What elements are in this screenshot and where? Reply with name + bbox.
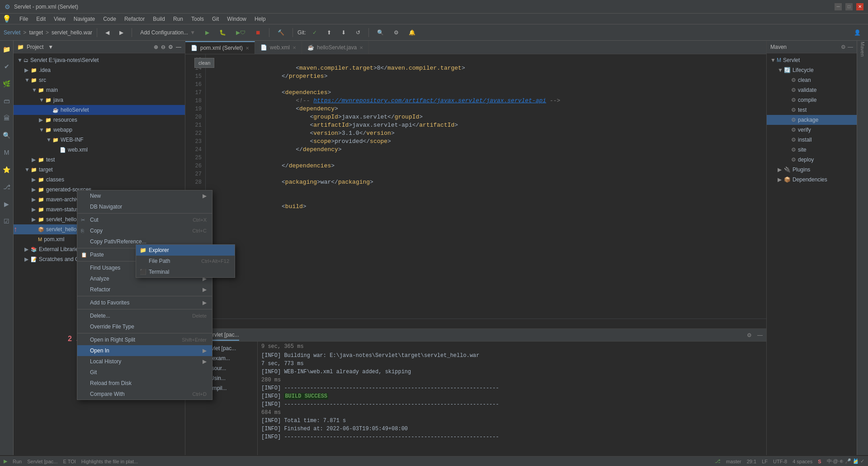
- ctx-reload[interactable]: Reload from Disk: [77, 378, 212, 389]
- tree-item-resources[interactable]: ▶ 📁 resources: [14, 115, 185, 125]
- ctx-dbnavigator[interactable]: DB Navigator: [77, 201, 212, 212]
- expand-arrow[interactable]: ▶: [39, 117, 45, 123]
- ctx-copy[interactable]: ⎘ Copy Ctrl+C: [77, 225, 212, 236]
- stop-button[interactable]: ⏹: [252, 27, 264, 38]
- close-button[interactable]: ✕: [856, 3, 863, 10]
- submenu-explorer[interactable]: 📁 Explorer: [136, 245, 235, 256]
- right-sidebar-maven-icon[interactable]: Maven: [860, 44, 865, 54]
- tree-item-idea[interactable]: ▶ 📁 .idea: [14, 65, 185, 75]
- project-dropdown-icon[interactable]: ▼: [48, 44, 53, 50]
- expand-arrow[interactable]: ▶: [24, 256, 31, 262]
- git-push-button[interactable]: ⬆: [323, 27, 335, 38]
- maven-item-lifecycle[interactable]: ▼ 🔄 Lifecycle: [767, 65, 857, 75]
- sidebar-commit-icon[interactable]: ✔: [2, 62, 12, 71]
- maven-expand-lifecycle[interactable]: ▼: [778, 67, 784, 73]
- notifications-button[interactable]: 🔔: [405, 27, 419, 38]
- indent-label[interactable]: 4 spaces: [793, 459, 812, 464]
- menu-tools[interactable]: Tools: [188, 15, 208, 23]
- maven-item-validate[interactable]: ⚙ validate: [767, 85, 857, 95]
- menu-window[interactable]: Window: [223, 15, 250, 23]
- maven-collapse-icon[interactable]: —: [848, 44, 853, 50]
- git-pull-button[interactable]: ⬇: [338, 27, 349, 38]
- tree-item-webinf[interactable]: ▼ 📁 WEB-INF: [14, 135, 185, 145]
- forward-button[interactable]: ▶: [116, 27, 127, 38]
- expand-arrow[interactable]: ▼: [24, 77, 31, 83]
- expand-arrow[interactable]: ▶: [32, 216, 38, 223]
- sidebar-project-icon[interactable]: 📁: [2, 44, 12, 54]
- menu-edit[interactable]: Edit: [33, 15, 49, 23]
- build-button[interactable]: 🔨: [274, 27, 288, 38]
- tree-item-servlet[interactable]: ▼ 🗂 Servlet E:\java-notes\Servlet: [14, 55, 185, 65]
- sidebar-todo-icon[interactable]: ☑: [2, 216, 12, 226]
- etoi-label[interactable]: E TOI: [63, 459, 75, 464]
- tree-item-java[interactable]: ▼ 📁 java: [14, 95, 185, 105]
- maven-expand-icon[interactable]: ▼: [770, 57, 777, 63]
- collapse-icon[interactable]: ⊖: [161, 44, 165, 50]
- tree-item-webapp[interactable]: ▼ 📁 webapp: [14, 125, 185, 135]
- run-coverage-button[interactable]: ▶🛡: [232, 27, 249, 38]
- expand-arrow[interactable]: ▶: [32, 186, 38, 193]
- ctx-override-filetype[interactable]: Override File Type: [77, 321, 212, 332]
- sidebar-git-icon[interactable]: ⎇: [2, 182, 12, 192]
- submenu-terminal[interactable]: ⬛ Terminal: [136, 266, 235, 277]
- sidebar-structure-icon[interactable]: 🏛: [2, 113, 12, 123]
- title-bar-controls[interactable]: ─ □ ✕: [835, 3, 863, 10]
- position-label[interactable]: 29:1: [747, 459, 756, 464]
- sidebar-favorites-icon[interactable]: ⭐: [2, 165, 12, 175]
- ctx-git[interactable]: Git: [77, 367, 212, 378]
- git-branch-label[interactable]: master: [726, 459, 741, 464]
- maven-item-site[interactable]: ⚙ site: [767, 145, 857, 155]
- maven-item-verify[interactable]: ⚙ verify: [767, 125, 857, 135]
- tree-item-target[interactable]: ▼ 📁 target: [14, 165, 185, 175]
- bottom-settings-icon[interactable]: ⚙: [747, 332, 752, 338]
- expand-arrow[interactable]: ▼: [39, 127, 45, 133]
- avatar-button[interactable]: 👤: [850, 27, 864, 38]
- maven-item-servlet[interactable]: ▼ M Servlet: [767, 55, 857, 65]
- maven-item-dependencies[interactable]: ▶ 📦 Dependencies: [767, 175, 857, 185]
- git-rollback-button[interactable]: ↺: [352, 27, 364, 38]
- tab-close-webxml[interactable]: ✕: [292, 45, 296, 50]
- menu-run[interactable]: Run: [170, 15, 187, 23]
- minimize-button[interactable]: ─: [835, 3, 842, 10]
- menu-help[interactable]: Help: [251, 15, 269, 23]
- run-tab-label[interactable]: Servlet [pac...: [27, 459, 57, 464]
- maximize-button[interactable]: □: [845, 3, 853, 10]
- hide-panel-icon[interactable]: —: [176, 44, 181, 50]
- menu-view[interactable]: View: [50, 15, 69, 23]
- tree-item-helloservlet[interactable]: ☕ helloServlet: [14, 105, 185, 115]
- maven-item-test[interactable]: ⚙ test: [767, 105, 857, 115]
- expand-arrow[interactable]: ▶: [32, 196, 38, 203]
- tree-item-classes[interactable]: ▶ 📁 classes: [14, 175, 185, 185]
- maven-item-compile[interactable]: ⚙ compile: [767, 95, 857, 105]
- search-button[interactable]: 🔍: [373, 27, 387, 38]
- ctx-new[interactable]: New ▶: [77, 190, 212, 201]
- bottom-close-icon[interactable]: —: [757, 332, 763, 338]
- run-status-icon[interactable]: ▶: [4, 458, 7, 464]
- ctx-refactor[interactable]: Refactor ▶: [77, 284, 212, 295]
- expand-arrow[interactable]: ▼: [32, 87, 38, 93]
- expand-arrow[interactable]: ▼: [24, 166, 31, 173]
- maven-item-deploy[interactable]: ⚙ deploy: [767, 155, 857, 165]
- menu-git[interactable]: Git: [208, 15, 222, 23]
- menu-navigate[interactable]: Navigate: [70, 15, 99, 23]
- tree-item-test[interactable]: ▶ 📁 test: [14, 155, 185, 165]
- ctx-compare[interactable]: Compare With Ctrl+D: [77, 389, 212, 399]
- ctx-delete[interactable]: Delete... Delete: [77, 310, 212, 321]
- expand-arrow[interactable]: ▶: [32, 176, 38, 183]
- tree-item-src[interactable]: ▼ 📁 src: [14, 75, 185, 85]
- expand-arrow[interactable]: ▼: [46, 137, 52, 143]
- menu-refactor[interactable]: Refactor: [121, 15, 148, 23]
- line-sep-label[interactable]: LF: [762, 459, 768, 464]
- maven-settings-icon[interactable]: ⚙: [841, 44, 846, 50]
- expand-arrow[interactable]: ▼: [39, 97, 45, 103]
- maven-expand-plugins[interactable]: ▶: [778, 166, 784, 173]
- expand-arrow[interactable]: ▶: [32, 157, 38, 163]
- maven-item-plugins[interactable]: ▶ 🔌 Plugins: [767, 165, 857, 175]
- code-editor[interactable]: 13 14 15 16 17 18 19 20 21 22 23 24 25 2…: [185, 54, 766, 319]
- code-content[interactable]: <maven.compiler.target>8</maven.compiler…: [206, 54, 766, 319]
- expand-arrow[interactable]: ▼: [17, 57, 24, 63]
- expand-icon[interactable]: ⊕: [154, 44, 158, 50]
- menu-file[interactable]: File: [16, 15, 32, 23]
- tree-item-main[interactable]: ▼ 📁 main: [14, 85, 185, 95]
- submenu-filepath[interactable]: File Path Ctrl+Alt+F12: [136, 256, 235, 266]
